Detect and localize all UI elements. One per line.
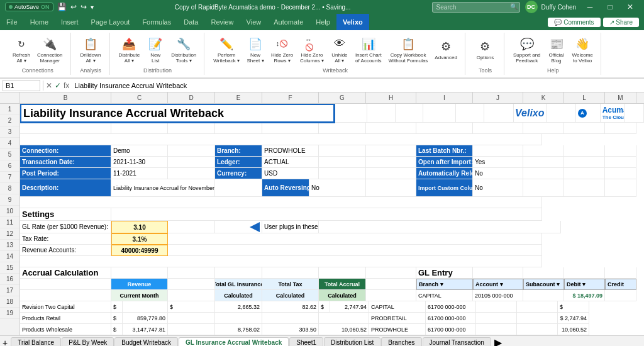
cell-m2[interactable]	[605, 123, 636, 134]
auto-release-value[interactable]: No	[473, 168, 523, 179]
transaction-date-value[interactable]: 2021-11-30	[111, 157, 168, 168]
refresh-all-button[interactable]: ↻ RefreshAll ▾	[10, 36, 33, 65]
row11-spacer[interactable]	[168, 233, 542, 245]
search-input[interactable]	[432, 2, 520, 13]
row18-accrual-calc[interactable]	[319, 313, 369, 324]
window-controls[interactable]: ─ □ ✕	[581, 0, 639, 14]
sheet-tab-pl-by-week[interactable]: P&L By Week	[62, 337, 114, 346]
insert-chart-button[interactable]: 📊 Insert Chartof Accounts	[353, 36, 384, 65]
cell-d15[interactable]	[168, 279, 215, 290]
connection-value[interactable]: Demo	[111, 145, 168, 157]
row17-accrual-calc[interactable]: 2,747.94	[330, 301, 369, 313]
row-num-2[interactable]: 2	[0, 115, 19, 126]
cell-m4[interactable]	[605, 145, 636, 157]
cell-c1[interactable]	[335, 104, 367, 123]
cell-d6[interactable]	[168, 168, 215, 179]
cell-reference-input[interactable]	[3, 80, 40, 91]
cell-g14[interactable]	[319, 267, 366, 279]
col-header-i[interactable]: I	[416, 92, 473, 103]
row-num-18[interactable]: 18	[0, 296, 19, 308]
cell-g5[interactable]	[319, 157, 366, 168]
row19-gl-calc[interactable]: 8,758.02	[215, 324, 262, 335]
row-num-10[interactable]: 10	[0, 206, 19, 217]
description-value[interactable]: Liability Insurance Accrual for November…	[111, 179, 215, 197]
connection-manager-button[interactable]: 🔌 ConnectionManager	[35, 36, 65, 65]
row-num-9[interactable]: 9	[0, 194, 19, 206]
cell-j14[interactable]	[473, 267, 523, 279]
row18-tax-calc[interactable]	[262, 313, 319, 324]
scroll-right-icon[interactable]: ▶	[494, 337, 502, 346]
tab-review[interactable]: Review	[204, 14, 240, 30]
col-header-l[interactable]: L	[564, 92, 605, 103]
row19-accrual-calc[interactable]: 10,060.52	[319, 324, 369, 335]
cell-h5[interactable]	[366, 157, 416, 168]
cell-m5[interactable]	[605, 157, 636, 168]
cell-d14[interactable]	[168, 267, 215, 279]
close-button[interactable]: ✕	[621, 0, 639, 14]
currency-value[interactable]: USD	[262, 168, 319, 179]
row13-spacer[interactable]	[20, 256, 542, 267]
cell-k4[interactable]	[523, 145, 564, 157]
cell-b3-span[interactable]	[20, 134, 542, 145]
row-num-13[interactable]: 13	[0, 240, 19, 251]
cell-k14[interactable]	[523, 267, 564, 279]
col-header-g[interactable]: G	[319, 92, 366, 103]
tab-insert[interactable]: Insert	[55, 14, 85, 30]
cell-d5[interactable]	[168, 157, 215, 168]
cell-h6[interactable]	[366, 168, 416, 179]
tab-page-layout[interactable]: Page Layout	[85, 14, 136, 30]
col-header-h[interactable]: H	[366, 92, 416, 103]
perform-writeback-button[interactable]: ✏️ PerformWriteback ▾	[211, 36, 242, 65]
col-header-e[interactable]: E	[215, 92, 262, 103]
support-feedback-button[interactable]: 💬 Support andFeedback	[511, 36, 543, 65]
row-num-17[interactable]: 17	[0, 285, 19, 296]
cell-m6[interactable]	[605, 168, 636, 179]
row-num-12[interactable]: 12	[0, 228, 19, 240]
title-cell[interactable]: Liability Insurance Accrual Writeback	[20, 104, 335, 123]
col-header-b[interactable]: B	[20, 92, 111, 103]
col-header-d[interactable]: D	[168, 92, 215, 103]
cell-l4[interactable]	[564, 145, 605, 157]
tab-formulas[interactable]: Formulas	[136, 14, 177, 30]
new-list-button[interactable]: 📝 NewList	[144, 36, 167, 65]
row-num-4[interactable]: 4	[0, 138, 19, 149]
cell-b2[interactable]	[20, 123, 111, 134]
cell-h14[interactable]	[366, 267, 416, 279]
sheet-tab-branches[interactable]: Branches	[381, 337, 421, 346]
cell-e7[interactable]	[215, 179, 262, 197]
cell-d16[interactable]	[168, 290, 215, 301]
tab-help[interactable]: Help	[309, 14, 336, 30]
cell-c2[interactable]	[111, 123, 168, 134]
open-import-value[interactable]: Yes	[473, 157, 523, 168]
cell-d10[interactable]	[168, 221, 215, 233]
cancel-formula-icon[interactable]: ✕	[46, 81, 52, 90]
row-num-3[interactable]: 3	[0, 126, 19, 138]
cell-m7[interactable]	[605, 179, 636, 197]
cell-b15[interactable]	[20, 279, 111, 290]
cell-k6[interactable]	[523, 168, 564, 179]
col-header-m[interactable]: M	[605, 92, 636, 103]
share-button[interactable]: ↗ Share	[603, 18, 639, 27]
auto-reversing-value[interactable]: No	[309, 179, 366, 197]
cell-i2[interactable]	[416, 123, 473, 134]
copy-workbook-button[interactable]: 📋 Copy WorkbookWithout Formulas	[386, 36, 431, 65]
tab-automate[interactable]: Automate	[267, 14, 309, 30]
official-blog-button[interactable]: 📰 OfficialBlog	[545, 36, 568, 65]
advanced-button[interactable]: ⚙ Advanced	[432, 38, 460, 62]
cell-h2[interactable]	[366, 123, 416, 134]
comments-button[interactable]: 💬 Comments	[548, 18, 600, 27]
row18-revenue[interactable]: 859,779.80	[123, 313, 168, 324]
minimize-button[interactable]: ─	[581, 0, 599, 14]
cell-d17[interactable]: $	[168, 301, 215, 313]
cell-l7[interactable]	[564, 179, 605, 197]
cell-g2[interactable]	[319, 123, 366, 134]
cell-b16[interactable]	[20, 290, 111, 301]
post-period-value[interactable]: 11-2021	[111, 168, 168, 179]
welcome-velixo-button[interactable]: 👋 Welcometo Velixo	[570, 36, 596, 65]
hide-zero-cols-button[interactable]: ↔🚫 Hide ZeroColumns ▾	[297, 36, 326, 65]
insert-function-icon[interactable]: fx	[64, 81, 69, 90]
gl-rate-value[interactable]: 3.10	[111, 221, 168, 233]
drilldown-button[interactable]: 📋 DrilldownAll ▾	[78, 36, 104, 65]
col-header-j[interactable]: J	[473, 92, 523, 103]
cell-f1[interactable]	[423, 104, 456, 123]
